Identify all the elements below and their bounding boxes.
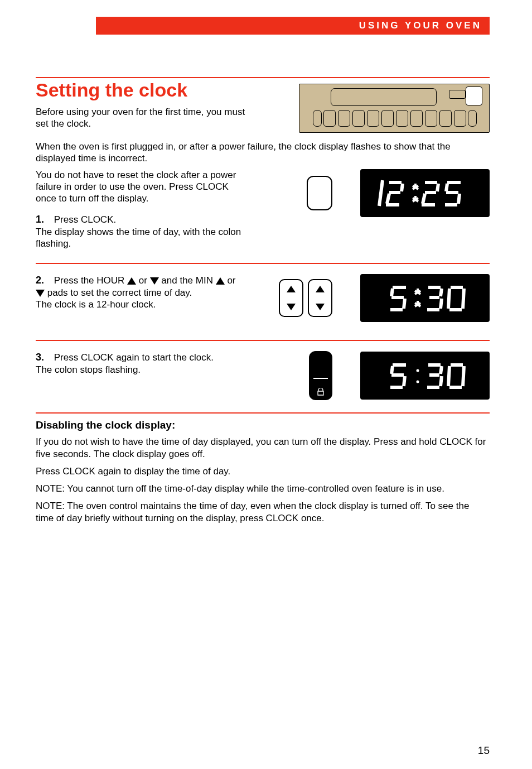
step-text: Press the HOUR or and the MIN or pads to… bbox=[36, 275, 236, 310]
clock-button-icon bbox=[307, 176, 332, 210]
hour-min-buttons-icon bbox=[279, 279, 332, 317]
triangle-down-icon bbox=[36, 290, 45, 297]
triangle-down-icon bbox=[150, 277, 159, 285]
disable-para-2: Press CLOCK again to display the time of… bbox=[36, 465, 490, 477]
step-text: Press CLOCK again to start the clock. Th… bbox=[36, 352, 214, 375]
step-number: 2. bbox=[36, 274, 51, 287]
disable-para-1: If you do not wish to have the time of d… bbox=[36, 436, 490, 460]
disable-para-3: NOTE: You cannot turn off the time-of-da… bbox=[36, 483, 490, 494]
intro-para-1: When the oven is first plugged in, or af… bbox=[36, 141, 490, 165]
step-number: 1. bbox=[36, 213, 51, 226]
page-number: 15 bbox=[478, 744, 490, 757]
intro-lead: Before using your oven for the first tim… bbox=[36, 106, 248, 130]
header-bar: USING YOUR OVEN bbox=[96, 17, 490, 35]
display-1225 bbox=[360, 169, 490, 217]
display-530-flashing bbox=[360, 274, 490, 322]
section-title: Setting the clock bbox=[36, 80, 248, 100]
intro-para-2: You do not have to reset the clock after… bbox=[36, 169, 242, 205]
step-text: Press CLOCK. The display shows the time … bbox=[36, 214, 241, 249]
step-number: 3. bbox=[36, 351, 51, 364]
lock-icon bbox=[317, 388, 325, 396]
disable-para-4: NOTE: The oven control maintains the tim… bbox=[36, 500, 490, 524]
control-panel-illustration bbox=[299, 84, 490, 133]
triangle-up-icon bbox=[216, 277, 225, 285]
display-530 bbox=[360, 352, 490, 400]
clock-lock-button-icon bbox=[309, 351, 332, 400]
disable-heading: Disabling the clock display: bbox=[36, 419, 490, 431]
header-label: USING YOUR OVEN bbox=[359, 20, 482, 31]
triangle-up-icon bbox=[127, 277, 136, 285]
